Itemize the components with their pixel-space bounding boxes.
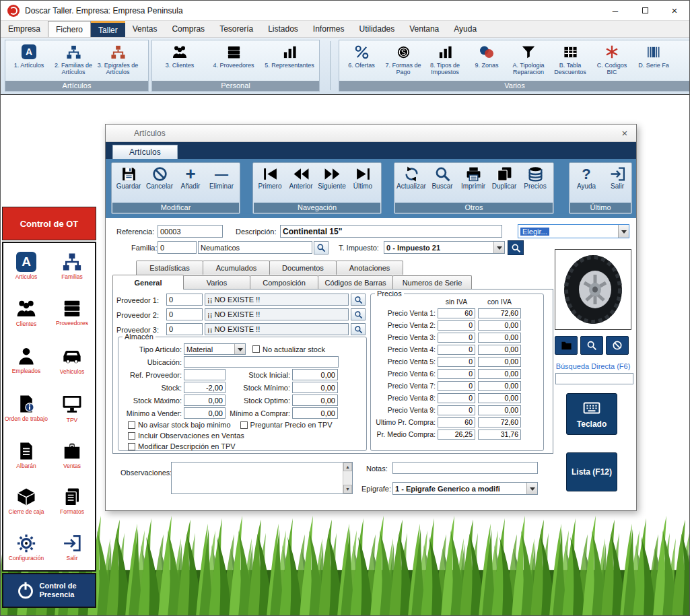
duplicar-button[interactable]: Duplicar [489,164,520,190]
textarea-scrollbar[interactable] [343,463,352,493]
anterior-button[interactable]: Anterior [285,164,316,190]
ubicacion-input[interactable] [184,356,339,368]
ribbon-item-familias-articulos[interactable]: 2. Familias de Artículos [51,43,96,76]
tab-varios[interactable]: Varios [183,275,250,289]
precio-con-iva-input[interactable] [478,357,521,367]
sidebar-item-salir[interactable]: Salir [49,524,95,570]
ribbon-item-articulos[interactable]: A 1. Artículos [7,43,51,69]
ribbon-item-representantes[interactable]: 5. Representantes [261,43,318,69]
chevron-down-icon[interactable] [526,483,537,494]
no-actualizar-stock-checkbox[interactable]: No actualizar stock [252,345,325,353]
sidebar-item-cierre-de-caja[interactable]: Cierre de caja [3,478,49,524]
tab-anotaciones[interactable]: Anotaciones [336,261,403,275]
menu-tesoreria[interactable]: Tesorería [212,21,261,37]
menu-ayuda[interactable]: Ayuda [446,21,484,37]
notas-input[interactable] [392,462,538,474]
impuesto-search-button[interactable] [508,240,524,255]
menu-empresa[interactable]: Empresa [1,21,48,37]
observaciones-textarea[interactable] [171,462,353,494]
siguiente-button[interactable]: Siguiente [316,164,347,190]
menu-utilidades[interactable]: Utilidades [352,21,403,37]
epigrafe-select[interactable]: 1 - Epigrafe Generico a modifi [392,482,538,495]
menu-fichero[interactable]: Fichero [48,21,91,37]
search-image-button[interactable] [580,336,603,355]
incluir-observaciones-checkbox[interactable]: Incluir Observaciones en Ventas [128,432,244,440]
precio-con-iva-input[interactable] [478,393,521,403]
sidebar-item-empleados[interactable]: Empleados [3,337,49,384]
familia-name-input[interactable] [198,241,312,254]
precio-con-iva-input[interactable] [478,345,521,355]
ribbon-item-proveedores[interactable]: 4. Proveedores [206,43,261,69]
dialog-close-button[interactable]: × [613,127,636,139]
cancelar-button[interactable]: Cancelar [144,164,175,190]
menu-taller[interactable]: Taller [91,21,125,37]
tab-estadisticas[interactable]: Estadísticas [136,261,203,275]
ribbon-item-epigrafes-articulos[interactable]: 3. Epigrafes de Artículos [96,43,140,76]
ref-proveedor-input[interactable] [184,369,226,380]
tab-acumulados[interactable]: Acumulados [203,261,270,275]
proveedor2-code-input[interactable] [166,308,203,320]
precios-button[interactable]: Precios [520,164,551,190]
ribbon-item-tipologia-reparacion[interactable]: A. Tipologia Reparacion [508,43,549,76]
pr-medio-compra-sin-input[interactable] [438,430,475,440]
stock-optimo-input[interactable] [292,395,338,406]
ribbon-item-ofertas[interactable]: 6. Ofertas [341,43,382,69]
ultimo-button[interactable]: Último [347,164,378,190]
proveedor2-search-button[interactable] [351,308,366,320]
sidebar-item-vehiculos[interactable]: Vehiculos [49,337,95,384]
ultimo-pr-compra-sin-input[interactable] [438,417,475,427]
tab-numeros-de-serie[interactable]: Numeros de Serie [392,275,472,289]
precio-con-iva-input[interactable] [478,320,521,331]
sidebar-item-albaran[interactable]: Albarán [3,432,49,478]
clear-image-button[interactable] [606,336,629,355]
precio-sin-iva-input[interactable] [438,381,475,391]
lista-button[interactable]: Lista (F12) [566,452,617,491]
tab-documentos[interactable]: Documentos [269,261,337,275]
precio-sin-iva-input[interactable] [438,345,475,355]
precio-sin-iva-input[interactable] [438,393,475,403]
proveedor1-search-button[interactable] [351,294,366,306]
ayuda-button[interactable]: ?Ayuda [571,164,602,190]
precio-con-iva-input[interactable] [478,308,521,318]
proveedor3-code-input[interactable] [166,323,203,335]
elegir-combobox[interactable]: Elegir... [518,224,629,238]
scroll-down-icon[interactable] [343,485,352,493]
ultimo-pr-compra-con-input[interactable] [478,417,521,427]
precio-sin-iva-input[interactable] [438,320,475,331]
sidebar-item-tpv[interactable]: TPV [49,384,95,432]
sidebar-item-orden-de-trabajo[interactable]: Orden de trabajo [3,384,49,432]
guardar-button[interactable]: Guardar [113,164,144,190]
anadir-button[interactable]: +Añadir [175,164,206,190]
descripcion-input[interactable] [280,225,502,238]
precio-sin-iva-input[interactable] [438,357,475,367]
precio-sin-iva-input[interactable] [438,333,475,343]
precio-con-iva-input[interactable] [478,405,521,415]
tab-codigos-de-barras[interactable]: Códigos de Barras [318,275,393,289]
tipo-articulo-select[interactable]: Material [184,343,246,355]
control-de-ot-button[interactable]: Control de OT [2,207,96,240]
sidebar-item-articulos[interactable]: A Articulos [3,243,49,289]
referencia-input[interactable] [158,225,223,238]
teclado-button[interactable]: Teclado [566,393,617,435]
stock-maximo-input[interactable] [184,395,226,406]
precio-sin-iva-input[interactable] [438,369,475,379]
minimo-comprar-input[interactable] [292,407,338,419]
sidebar-item-formatos[interactable]: Formatos [49,478,95,524]
proveedor3-search-button[interactable] [351,323,366,335]
pr-medio-compra-con-input[interactable] [478,430,521,440]
minimize-button[interactable]: – [600,1,630,20]
modificar-descripcion-checkbox[interactable]: Modificar Descripción en TPV [128,442,236,450]
ribbon-item-partial[interactable] [675,43,690,61]
ribbon-item-clientes[interactable]: 3. Clientes [153,43,206,69]
menu-compras[interactable]: Compras [164,21,212,37]
scroll-up-icon[interactable] [343,463,352,471]
chevron-down-icon[interactable] [234,344,245,354]
precio-sin-iva-input[interactable] [438,405,475,415]
ribbon-item-serie-fa[interactable]: D. Serie Fa [633,43,675,69]
minimo-vender-input[interactable] [184,407,226,419]
maximize-button[interactable] [630,1,660,20]
ribbon-item-formas-pago[interactable]: 7. Formas de Pago [382,43,424,76]
sidebar-item-proveedores[interactable]: Proveedores [49,289,95,336]
tab-general[interactable]: General [112,275,184,289]
sidebar-item-configuracion[interactable]: Configuración [3,524,49,570]
